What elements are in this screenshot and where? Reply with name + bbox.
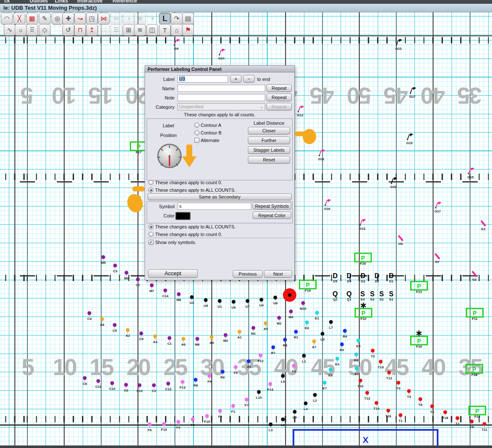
tee-arrow-tool-button[interactable]: ↥ [86,24,98,36]
symbol-performer-D1[interactable]: D [389,272,394,280]
protractor-tool-button[interactable]: ◔ [123,13,134,24]
menu-item-reference[interactable]: Reference [113,0,137,4]
scatter-tool-button[interactable]: ∷ [98,24,110,36]
same-as-secondary-button[interactable]: Same as Secondary [148,193,292,200]
performer-dot-C9[interactable] [113,323,117,327]
performer-dot-A8[interactable] [100,317,104,321]
name-input[interactable] [177,85,265,92]
performer-dot-C12[interactable] [138,384,142,387]
label-minus-button[interactable]: − [243,75,255,83]
performer-dot-T18[interactable] [444,410,447,414]
performer-dot-U7[interactable] [246,299,250,303]
menu-item-ck[interactable]: ck [4,0,10,4]
reset-button[interactable]: Reset [248,156,290,164]
performer-dot-T4[interactable] [407,389,411,393]
contour-a-radio[interactable] [194,123,199,128]
performer-dot-T10[interactable] [359,379,363,383]
performer-dot-T13[interactable] [366,391,369,395]
performer-dot-U1[interactable] [218,299,222,303]
spiral-tool-button[interactable]: ◎ [51,13,63,24]
performer-dot-M3[interactable] [224,333,228,337]
prop-box-F19[interactable]: P [299,280,317,290]
guard-rifle-icon-G6[interactable] [398,235,404,241]
performer-dot-F1[interactable] [231,404,235,408]
show-only-symbols-checkbox[interactable]: ✓ [148,240,153,245]
label-input[interactable]: U3 [177,75,228,83]
menu-item-interactive[interactable]: Interactive [77,0,102,4]
compress-tool-button[interactable]: ⋈ [98,13,110,24]
performer-dot-F12[interactable] [259,354,263,357]
closer-button[interactable]: Closer [248,127,290,134]
performer-dot-R5[interactable] [247,359,251,363]
performer-dot-F6[interactable] [148,423,152,427]
repeat-symbols-button[interactable]: Repeat Symbols [253,202,291,209]
performer-dot-R2[interactable] [340,343,344,346]
performer-dot-C7[interactable] [136,278,140,282]
performer-dot-C13[interactable] [167,382,170,386]
note-input[interactable] [177,94,265,101]
performer-dot-L4[interactable] [304,402,308,405]
performer-dot-R6[interactable] [221,370,225,374]
squiggle-path-tool-button[interactable]: ↝ [74,13,86,24]
list-tool-button[interactable]: ☰ [110,24,122,36]
repeat-color-button[interactable]: Repeat Color [253,212,291,219]
performer-dot-T16[interactable] [387,409,390,413]
symbol-performer-S3[interactable]: S [370,290,375,298]
notes-page-tool-button[interactable]: ▤ [182,13,194,24]
symbol-performer-Q1[interactable]: Q [347,290,352,298]
performer-dot-T1[interactable] [399,413,403,417]
label-tool-button[interactable]: L [159,13,171,24]
performer-dot-C6[interactable] [124,383,128,387]
prop-box-F18[interactable]: P [465,364,483,374]
performer-dot-C11[interactable] [97,379,100,383]
symbol-performer-D4[interactable]: D [347,272,352,280]
menu-item-links[interactable]: Links [55,0,68,4]
performer-dot-T6[interactable] [430,405,434,408]
symbol-apply-all-radio[interactable] [148,224,153,229]
selected-performer-ring[interactable] [283,288,296,302]
text-tool-button[interactable]: T [159,24,171,36]
chevrons-tool-button[interactable]: ≋ [134,24,146,36]
airbrush-tool-button[interactable]: ⌖ [147,13,159,24]
performer-dot-E3[interactable] [355,353,358,357]
resize-box-tool-button[interactable]: ◳ [86,13,98,24]
performer-dot-F10[interactable] [162,422,166,426]
performer-dot-L5[interactable] [321,332,325,336]
arc-tool-button[interactable]: ◠ [1,13,13,24]
performer-dot-M5[interactable] [102,255,105,259]
circle-tool-button[interactable]: ○ [15,24,27,36]
guard-rifle-icon-G7[interactable] [435,253,441,259]
note-repeat-button[interactable]: Repeat [266,94,292,101]
performer-dot-F3[interactable] [292,364,296,368]
performer-dot-L2[interactable] [313,393,317,397]
next-button[interactable]: Next [264,270,292,278]
performer-dot-C5[interactable] [140,332,143,335]
performer-dot-R8[interactable] [194,378,198,382]
name-repeat-button[interactable]: Repeat [266,84,292,92]
performer-dot-L9[interactable] [293,410,297,414]
performer-dot-E6[interactable] [305,321,309,325]
performer-dot-E1[interactable] [315,311,319,315]
pencil-tool-button[interactable]: ✎ [39,13,51,24]
book-tool-button[interactable]: ◫ [146,24,158,36]
square-wave-tool-button[interactable]: ⊓ [74,24,86,36]
flag-tool-button[interactable]: ⚑ [182,24,194,36]
performer-dot-A5[interactable] [264,322,268,325]
performer-dot-E4[interactable] [336,357,339,361]
performer-dot-L6[interactable] [281,374,285,378]
symbol-apply-count0-radio[interactable] [148,232,153,237]
prop-box-F20[interactable]: P [354,253,372,263]
performer-dot-M9[interactable] [125,271,129,275]
contour-b-radio[interactable] [194,130,199,135]
performer-dot-E8[interactable] [329,368,333,372]
performer-dot-C1[interactable] [168,336,172,340]
block-dots-tool-button[interactable]: ⠿ [26,24,38,36]
performer-dot-F8[interactable] [234,365,238,369]
performer-dot-F2[interactable] [177,420,180,424]
performer-dot-M7[interactable] [150,284,154,287]
performer-dot-A6[interactable] [182,337,186,341]
cross-path-tool-button[interactable]: ╳ [13,13,25,24]
color-swatch[interactable] [175,212,191,220]
prop-box-F21[interactable]: P [410,281,428,291]
performer-dot-F14[interactable] [269,382,272,386]
